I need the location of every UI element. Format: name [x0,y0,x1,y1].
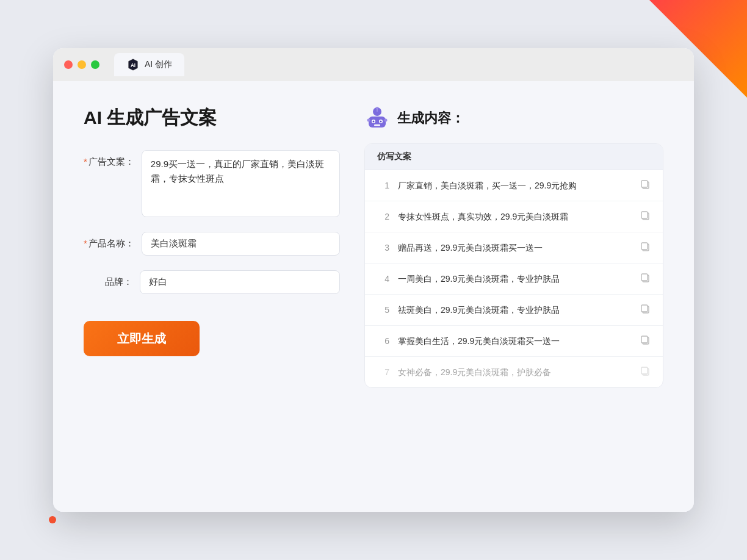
row-text: 厂家直销，美白淡斑霜，买一送一，29.9元抢购 [398,179,631,192]
brand-label: 品牌： [84,270,132,288]
required-star-2: * [84,238,87,248]
result-rows-container: 1厂家直销，美白淡斑霜，买一送一，29.9元抢购 2专抹女性斑点，真实功效，29… [365,170,663,387]
svg-rect-18 [641,243,648,249]
brand-group: 品牌： [84,270,340,294]
row-text: 女神必备，29.9元美白淡斑霜，护肤必备 [398,366,631,379]
product-name-input[interactable] [142,232,340,256]
svg-point-11 [373,121,375,123]
result-row: 2专抹女性斑点，真实功效，29.9元美白淡斑霜 [365,201,663,232]
result-table-header: 仿写文案 [365,144,663,170]
row-number: 4 [377,274,389,284]
svg-point-12 [380,121,382,123]
traffic-lights [64,60,99,69]
svg-rect-14 [641,181,648,187]
row-number: 7 [377,367,389,377]
browser-window: AI AI 创作 AI 生成广告文案 *广告文案： *产品名称： [53,48,694,512]
copy-icon[interactable] [640,241,651,254]
svg-point-9 [367,119,370,122]
copy-icon[interactable] [640,303,651,317]
ad-copy-input[interactable] [142,150,340,217]
row-text: 掌握美白生活，29.9元美白淡斑霜买一送一 [398,335,631,348]
copy-icon[interactable] [640,179,651,192]
result-row: 7女神必备，29.9元美白淡斑霜，护肤必备 [365,357,663,387]
svg-rect-8 [377,109,378,112]
result-row: 5祛斑美白，29.9元美白淡斑霜，专业护肤品 [365,295,663,326]
right-panel: 生成内容： 仿写文案 1厂家直销，美白淡斑霜，买一送一，29.9元抢购 2专抹女… [364,106,663,487]
row-text: 专抹女性斑点，真实功效，29.9元美白淡斑霜 [398,210,631,223]
row-text: 祛斑美白，29.9元美白淡斑霜，专业护肤品 [398,304,631,317]
row-number: 6 [377,336,389,346]
page-title: AI 生成广告文案 [84,106,340,131]
ai-tab-icon: AI [126,58,140,71]
svg-rect-24 [641,336,648,343]
left-panel: AI 生成广告文案 *广告文案： *产品名称： 品牌： 立 [84,106,340,487]
product-name-group: *产品名称： [84,232,340,256]
result-table: 仿写文案 1厂家直销，美白淡斑霜，买一送一，29.9元抢购 2专抹女性斑点，真实… [364,143,663,388]
tab-label: AI 创作 [145,59,172,70]
copy-icon[interactable] [640,334,651,348]
browser-titlebar: AI AI 创作 [53,48,694,81]
required-star-1: * [84,156,87,167]
svg-text:AI: AI [131,63,135,68]
result-row: 4一周美白，29.9元美白淡斑霜，专业护肤品 [365,264,663,295]
maximize-button[interactable] [91,60,99,69]
svg-rect-22 [641,305,648,312]
row-number: 3 [377,243,389,253]
tab-bar: AI AI 创作 [114,53,184,76]
row-number: 2 [377,212,389,221]
copy-icon[interactable] [640,272,651,285]
row-text: 一周美白，29.9元美白淡斑霜，专业护肤品 [398,273,631,285]
tab-ai-create[interactable]: AI AI 创作 [114,53,184,76]
copy-icon[interactable] [640,365,651,379]
ad-copy-label: *广告文案： [84,150,134,168]
result-header: 生成内容： [364,106,663,131]
result-row: 6掌握美白生活，29.9元美白淡斑霜买一送一 [365,326,663,357]
svg-rect-6 [374,124,380,126]
browser-content: AI 生成广告文案 *广告文案： *产品名称： 品牌： 立 [53,81,694,512]
row-text: 赠品再送，29.9元美白淡斑霜买一送一 [398,242,631,254]
result-row: 3赠品再送，29.9元美白淡斑霜买一送一 [365,232,663,264]
copy-icon[interactable] [640,210,651,223]
svg-rect-16 [641,212,648,218]
deco-dot-1 [49,516,56,523]
svg-rect-26 [641,367,648,374]
ad-copy-group: *广告文案： [84,150,340,217]
brand-input[interactable] [140,270,340,294]
generate-button[interactable]: 立即生成 [84,321,200,356]
robot-icon [364,106,390,131]
product-name-label: *产品名称： [84,232,134,249]
svg-point-10 [384,119,388,122]
close-button[interactable] [64,60,73,69]
row-number: 5 [377,305,389,315]
result-row: 1厂家直销，美白淡斑霜，买一送一，29.9元抢购 [365,170,663,201]
svg-rect-20 [641,274,648,281]
row-number: 1 [377,181,389,190]
svg-point-7 [376,107,378,109]
minimize-button[interactable] [78,60,86,69]
result-title: 生成内容： [397,109,464,127]
